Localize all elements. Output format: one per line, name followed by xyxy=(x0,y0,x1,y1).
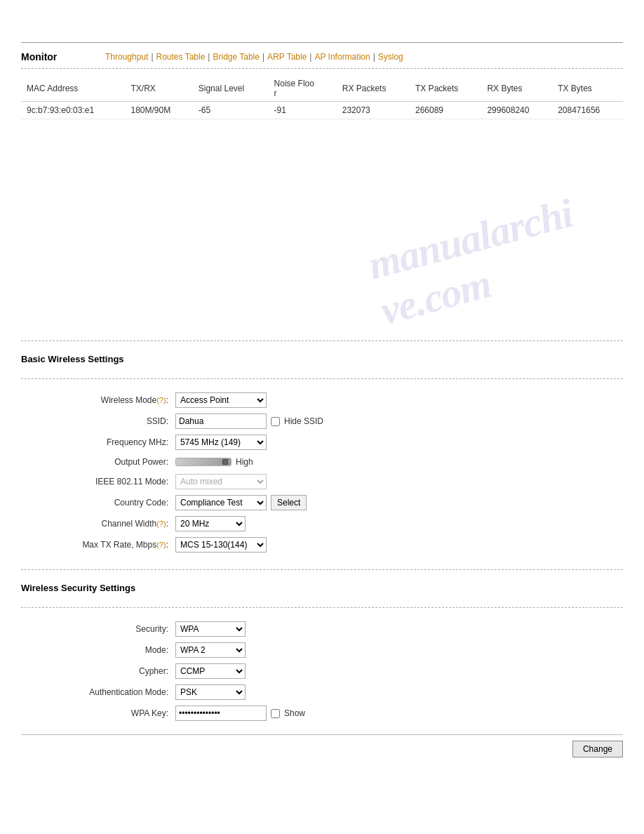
wpa-key-control: Show xyxy=(175,706,305,721)
monitor-title: Monitor xyxy=(21,51,91,62)
cell-rx-bytes: 299608240 xyxy=(481,102,552,119)
ieee-control: Auto mixed 802.11a 802.11n xyxy=(175,474,267,489)
nav-sep-2: | xyxy=(208,52,210,62)
cypher-label: Cypher: xyxy=(21,666,175,676)
wpa-key-input[interactable] xyxy=(175,706,267,721)
cell-noise: -91 xyxy=(269,102,337,119)
divider-security-2 xyxy=(21,607,623,608)
output-power-label: Output Power: xyxy=(21,457,175,467)
frequency-control: 5745 MHz (149) 5180 MHz (36) 5200 MHz (4… xyxy=(175,435,267,450)
col-txrx: TX/RX xyxy=(125,76,192,102)
show-wpa-key-checkbox[interactable] xyxy=(271,709,280,718)
wireless-mode-row: Wireless Mode(?): Access Point Station A… xyxy=(21,390,623,411)
nav-sep-4: | xyxy=(309,52,311,62)
col-tx-bytes: TX Bytes xyxy=(552,76,623,102)
cypher-row: Cypher: CCMP TKIP Mixed xyxy=(21,661,623,682)
channel-width-select[interactable]: 20 MHz 40 MHz 80 MHz xyxy=(175,516,246,531)
col-noise: Noise Floor xyxy=(269,76,337,102)
divider-security xyxy=(21,569,623,570)
output-power-slider[interactable] xyxy=(175,458,232,466)
nav-sep-5: | xyxy=(373,52,375,62)
wpa-mode-label: Mode: xyxy=(21,645,175,655)
ieee-label: IEEE 802.11 Mode: xyxy=(21,477,175,486)
hide-ssid-checkbox[interactable] xyxy=(271,417,280,426)
output-power-control: High xyxy=(175,457,253,467)
table-row: 9c:b7:93:e0:03:e1 180M/90M -65 -91 23207… xyxy=(21,102,623,119)
divider-basic-wireless-2 xyxy=(21,378,623,379)
cell-signal: -65 xyxy=(193,102,269,119)
security-row: Security: WPA WPA2 None xyxy=(21,618,623,640)
cypher-select[interactable]: CCMP TKIP Mixed xyxy=(175,663,246,679)
security-select[interactable]: WPA WPA2 None xyxy=(175,621,246,637)
channel-width-row: Channel Width(?): 20 MHz 40 MHz 80 MHz xyxy=(21,513,623,534)
country-code-row: Country Code: Compliance Test Select xyxy=(21,492,623,513)
output-power-row: Output Power: High xyxy=(21,453,623,471)
monitor-nav: Throughput | Routes Table | Bridge Table… xyxy=(105,52,403,62)
change-button[interactable]: Change xyxy=(572,741,623,757)
cell-txrx: 180M/90M xyxy=(125,102,192,119)
auth-mode-control: PSK EAP xyxy=(175,684,246,700)
basic-wireless-title: Basic Wireless Settings xyxy=(21,348,623,368)
nav-sep-1: | xyxy=(151,52,153,62)
security-control: WPA WPA2 None xyxy=(175,621,246,637)
channel-width-label: Channel Width(?): xyxy=(21,519,175,529)
show-label: Show xyxy=(284,708,305,718)
bottom-bar: Change xyxy=(21,734,623,763)
col-mac: MAC Address xyxy=(21,76,125,102)
country-code-select[interactable]: Compliance Test xyxy=(175,495,267,510)
frequency-select[interactable]: 5745 MHz (149) 5180 MHz (36) 5200 MHz (4… xyxy=(175,435,267,450)
watermark-area: manualarchive.com xyxy=(21,119,623,330)
auth-mode-select[interactable]: PSK EAP xyxy=(175,684,246,700)
ieee-select[interactable]: Auto mixed 802.11a 802.11n xyxy=(175,474,267,489)
bridge-table: MAC Address TX/RX Signal Level Noise Flo… xyxy=(21,76,623,119)
max-tx-select[interactable]: MCS 15-130(144) MCS 0-7.5 54 Mbps xyxy=(175,537,267,552)
frequency-label: Frequency MHz: xyxy=(21,437,175,447)
basic-wireless-form: Wireless Mode(?): Access Point Station A… xyxy=(21,386,623,559)
ssid-control: Hide SSID xyxy=(175,413,323,429)
wpa-key-row: WPA Key: Show xyxy=(21,703,623,724)
col-signal: Signal Level xyxy=(193,76,269,102)
divider-basic-wireless xyxy=(21,340,623,341)
max-tx-row: Max TX Rate, Mbps(?): MCS 15-130(144) MC… xyxy=(21,534,623,555)
cypher-control: CCMP TKIP Mixed xyxy=(175,663,246,679)
nav-arp-table[interactable]: ARP Table xyxy=(267,52,307,62)
security-label: Security: xyxy=(21,624,175,634)
nav-throughput[interactable]: Throughput xyxy=(105,52,148,62)
frequency-row: Frequency MHz: 5745 MHz (149) 5180 MHz (… xyxy=(21,432,623,453)
max-tx-label: Max TX Rate, Mbps(?): xyxy=(21,540,175,550)
ssid-row: SSID: Hide SSID xyxy=(21,411,623,432)
cell-rx-packets: 232073 xyxy=(337,102,410,119)
nav-bridge-table[interactable]: Bridge Table xyxy=(213,52,260,62)
auth-mode-label: Authentication Mode: xyxy=(21,687,175,697)
watermark: manualarchive.com xyxy=(363,190,589,330)
wireless-security-form: Security: WPA WPA2 None Mode: WPA 2 WPA … xyxy=(21,615,623,727)
col-tx-packets: TX Packets xyxy=(410,76,481,102)
nav-ap-information[interactable]: AP Information xyxy=(314,52,370,62)
monitor-header: Monitor Throughput | Routes Table | Brid… xyxy=(21,43,623,69)
wpa-mode-control: WPA 2 WPA xyxy=(175,642,246,658)
wireless-mode-select[interactable]: Access Point Station AP Repeater WDS Sta… xyxy=(175,392,267,408)
wpa-key-label: WPA Key: xyxy=(21,708,175,718)
wireless-mode-control: Access Point Station AP Repeater WDS Sta… xyxy=(175,392,267,408)
country-select-button[interactable]: Select xyxy=(271,495,307,510)
cell-tx-bytes: 208471656 xyxy=(552,102,623,119)
max-tx-control: MCS 15-130(144) MCS 0-7.5 54 Mbps xyxy=(175,537,267,552)
ieee-row: IEEE 802.11 Mode: Auto mixed 802.11a 802… xyxy=(21,471,623,492)
slider-thumb xyxy=(222,459,228,465)
nav-sep-3: | xyxy=(262,52,264,62)
country-code-label: Country Code: xyxy=(21,498,175,508)
wireless-mode-label: Wireless Mode(?): xyxy=(21,395,175,405)
wpa-mode-select[interactable]: WPA 2 WPA xyxy=(175,642,246,658)
ssid-input[interactable] xyxy=(175,413,267,429)
col-rx-packets: RX Packets xyxy=(337,76,410,102)
wpa-mode-row: Mode: WPA 2 WPA xyxy=(21,640,623,661)
wireless-security-title: Wireless Security Settings xyxy=(21,577,623,597)
nav-routes-table[interactable]: Routes Table xyxy=(156,52,206,62)
cell-mac: 9c:b7:93:e0:03:e1 xyxy=(21,102,125,119)
channel-width-control: 20 MHz 40 MHz 80 MHz xyxy=(175,516,246,531)
nav-syslog[interactable]: Syslog xyxy=(378,52,403,62)
ssid-label: SSID: xyxy=(21,416,175,426)
col-rx-bytes: RX Bytes xyxy=(481,76,552,102)
auth-mode-row: Authentication Mode: PSK EAP xyxy=(21,682,623,703)
output-power-high-label: High xyxy=(236,457,253,467)
